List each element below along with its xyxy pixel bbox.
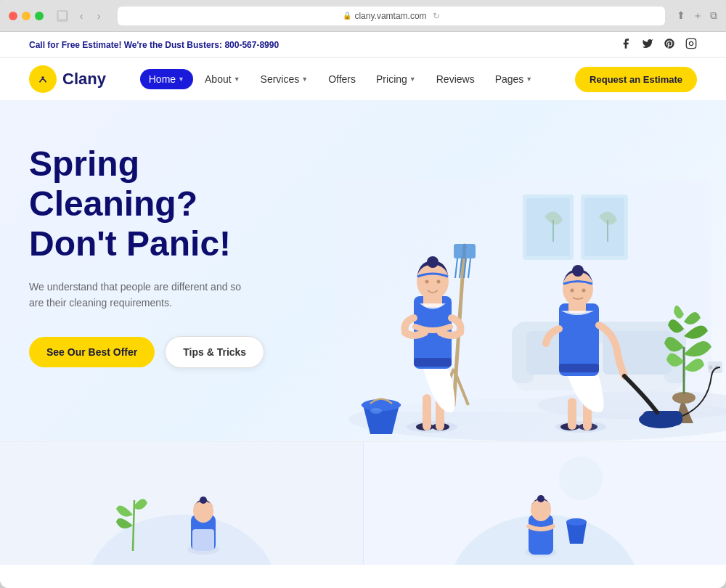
nav-about-chevron: ▼ — [234, 75, 240, 83]
svg-rect-0 — [686, 38, 696, 48]
sidebar-toggle[interactable]: ⬜ — [57, 10, 68, 22]
svg-point-44 — [427, 256, 439, 268]
nav-offers[interactable]: Offers — [319, 69, 364, 89]
topbar-phone[interactable]: 800-567-8990 — [224, 40, 279, 50]
bottom-strip — [0, 441, 726, 565]
refresh-icon[interactable]: ↻ — [433, 11, 440, 21]
tips-tricks-button[interactable]: Tips & Tricks — [165, 336, 264, 368]
nav-home[interactable]: Home ▼ — [140, 69, 193, 89]
svg-point-56 — [572, 265, 584, 277]
traffic-lights — [9, 12, 44, 20]
nav-offers-label: Offers — [328, 73, 356, 85]
browser-titlebar: ⬜ ‹ › 🔒 clany.vamtam.com ↻ ⬆ ＋ ⧉ — [0, 0, 726, 32]
nav-home-label: Home — [149, 73, 176, 85]
hero-title-line2: Cleaning? — [29, 184, 197, 223]
svg-point-35 — [370, 408, 382, 414]
svg-point-55 — [563, 271, 593, 306]
nav-links: Home ▼ About ▼ Services ▼ Offers Pricing… — [140, 69, 542, 89]
nav-pricing-label: Pricing — [376, 73, 407, 85]
nav-about-label: About — [205, 73, 232, 85]
svg-point-73 — [566, 518, 587, 526]
address-bar[interactable]: 🔒 clany.vamtam.com ↻ — [118, 7, 665, 25]
hero-title-line1: Spring — [29, 144, 139, 183]
svg-rect-39 — [423, 394, 431, 430]
strip-card-right[interactable] — [363, 442, 727, 565]
hero-title: Spring Cleaning? Don't Panic! — [29, 144, 298, 264]
nav-reviews-label: Reviews — [436, 73, 475, 85]
navbar: Clany Home ▼ About ▼ Services ▼ Offers — [0, 58, 726, 100]
hero-section: Spring Cleaning? Don't Panic! We underst… — [0, 100, 726, 441]
browser-window: ⬜ ‹ › 🔒 clany.vamtam.com ↻ ⬆ ＋ ⧉ Call fo… — [0, 0, 726, 588]
tabs-icon[interactable]: ⧉ — [710, 9, 717, 23]
svg-rect-7 — [526, 198, 570, 256]
svg-point-46 — [437, 280, 441, 284]
nav-pages[interactable]: Pages ▼ — [486, 69, 542, 89]
strip-card-left[interactable] — [0, 442, 363, 565]
share-icon[interactable]: ⬆ — [677, 9, 685, 23]
svg-rect-51 — [568, 398, 576, 430]
svg-rect-59 — [559, 364, 599, 372]
svg-rect-10 — [584, 198, 624, 256]
nav-pricing-chevron: ▼ — [409, 75, 416, 83]
browser-actions: ⬆ ＋ ⧉ — [677, 9, 717, 23]
website-content: Call for Free Estimate! We're the Dust B… — [0, 32, 726, 588]
logo-area: Clany — [29, 65, 106, 93]
strip-left-illustration — [91, 442, 272, 565]
nav-pages-chevron: ▼ — [526, 75, 532, 83]
svg-point-3 — [41, 76, 44, 78]
svg-point-22 — [709, 366, 713, 369]
nav-arrows: ‹ › — [74, 9, 106, 23]
hero-svg — [298, 136, 726, 441]
svg-point-43 — [417, 264, 449, 300]
topbar-text: Call for Free Estimate! We're the Dust B… — [29, 40, 279, 50]
social-icons — [620, 38, 697, 52]
logo-icon — [29, 65, 57, 93]
instagram-icon[interactable] — [685, 38, 697, 52]
hero-buttons: See Our Best Offer Tips & Tricks — [29, 336, 298, 368]
strip-right-illustration — [454, 442, 635, 565]
hero-illustration — [298, 136, 726, 441]
svg-point-34 — [362, 399, 401, 411]
maximize-button[interactable] — [35, 12, 44, 20]
svg-rect-27 — [454, 244, 476, 258]
svg-rect-25 — [643, 411, 682, 425]
svg-point-57 — [571, 289, 574, 293]
hero-content: Spring Cleaning? Don't Panic! We underst… — [29, 136, 298, 368]
nav-reviews[interactable]: Reviews — [428, 69, 484, 89]
hero-subtitle: We understand that people are different … — [29, 279, 247, 311]
topbar-message: Call for Free Estimate! We're the Dust B… — [29, 40, 222, 50]
close-button[interactable] — [9, 12, 17, 20]
nav-pages-label: Pages — [495, 73, 524, 85]
logo-text: Clany — [62, 70, 106, 89]
svg-rect-47 — [414, 358, 452, 367]
twitter-icon[interactable] — [642, 38, 653, 52]
nav-services-label: Services — [261, 73, 300, 85]
svg-point-72 — [537, 495, 544, 502]
window-controls: ⬜ — [57, 10, 68, 22]
nav-about[interactable]: About ▼ — [196, 69, 249, 89]
pinterest-icon[interactable] — [664, 38, 675, 52]
cta-button[interactable]: Request an Estimate — [575, 67, 697, 92]
svg-point-58 — [582, 289, 586, 293]
nav-services-chevron: ▼ — [301, 75, 308, 83]
new-tab-icon[interactable]: ＋ — [693, 9, 703, 23]
see-best-offer-button[interactable]: See Our Best Offer — [29, 337, 155, 367]
forward-button[interactable]: › — [91, 9, 106, 23]
svg-point-68 — [559, 457, 603, 500]
nav-home-chevron: ▼ — [178, 75, 184, 83]
svg-point-65 — [200, 497, 207, 504]
hero-title-line3: Don't Panic! — [29, 224, 231, 263]
svg-point-45 — [425, 280, 429, 284]
facebook-icon[interactable] — [620, 38, 632, 52]
svg-rect-66 — [192, 529, 214, 551]
nav-pricing[interactable]: Pricing ▼ — [367, 69, 425, 89]
url-text: clany.vamtam.com — [354, 11, 426, 21]
top-bar: Call for Free Estimate! We're the Dust B… — [0, 32, 726, 58]
nav-services[interactable]: Services ▼ — [252, 69, 317, 89]
lock-icon: 🔒 — [343, 12, 351, 20]
minimize-button[interactable] — [22, 12, 30, 20]
back-button[interactable]: ‹ — [74, 9, 89, 23]
